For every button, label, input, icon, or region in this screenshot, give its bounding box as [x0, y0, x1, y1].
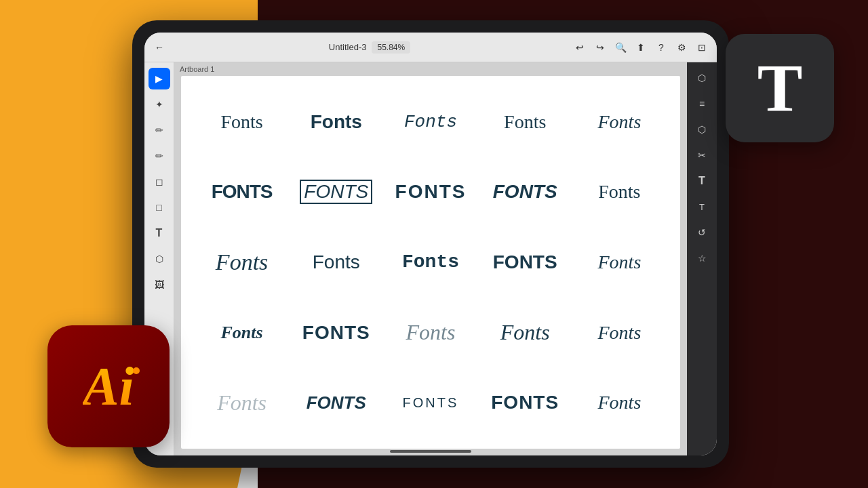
layers-button[interactable]: ⬡: [692, 68, 712, 88]
main-area: ▶ ✦ ✏ ✏ ◻ □ T ⬡ 🖼 Artboard 1 Fonts Fonts: [144, 62, 717, 455]
font-item: Fonts: [289, 227, 383, 298]
font-item: Fonts: [572, 298, 667, 368]
canvas-area[interactable]: Artboard 1 Fonts Fonts Fonts Fonts Fonts…: [174, 62, 687, 455]
shape-tool[interactable]: □: [149, 197, 170, 218]
tablet-screen: ← Untitled-3 55.84% ↩ ↪ 🔍 ⬆ ? ⚙ ⊡ ▶ ✦: [144, 33, 717, 455]
top-bar: ← Untitled-3 55.84% ↩ ↪ 🔍 ⬆ ? ⚙ ⊡: [144, 33, 717, 62]
font-item: Fonts: [195, 227, 289, 298]
star-button[interactable]: ☆: [692, 248, 712, 268]
select-tool[interactable]: ▶: [149, 68, 170, 89]
type-tool-logo: T: [726, 34, 834, 142]
redo-button[interactable]: ↪: [593, 41, 607, 54]
font-item: Fonts: [383, 227, 477, 298]
font-item: FONTS: [289, 157, 383, 228]
fonts-grid: Fonts Fonts Fonts Fonts Fonts FONTS FONT…: [195, 87, 667, 438]
eraser-tool[interactable]: ◻: [149, 171, 170, 192]
t-logo-text: T: [757, 54, 803, 122]
pen-tool[interactable]: ✏: [149, 119, 170, 141]
font-item: Fonts: [572, 87, 667, 157]
transform2-tool[interactable]: ⬡: [149, 248, 170, 270]
back-button[interactable]: ←: [153, 41, 166, 54]
font-item: FONTS: [195, 157, 289, 228]
scissors-button[interactable]: ✂: [692, 145, 712, 165]
font-item: Fonts: [478, 87, 572, 157]
type-button[interactable]: T: [692, 171, 712, 191]
home-indicator: [390, 450, 471, 453]
undo-button[interactable]: ↩: [573, 41, 587, 54]
font-item: Fonts: [478, 298, 572, 368]
type2-button[interactable]: T: [692, 197, 712, 217]
text-tool[interactable]: T: [149, 222, 170, 244]
rotate-button[interactable]: ↺: [692, 222, 712, 243]
font-item: FONTS: [289, 298, 383, 368]
ai-logo-text: Ai: [83, 359, 134, 413]
tablet-frame: ← Untitled-3 55.84% ↩ ↪ 🔍 ⬆ ? ⚙ ⊡ ▶ ✦: [132, 20, 729, 468]
font-item: FONTS: [383, 157, 477, 228]
top-bar-right: ↩ ↪ 🔍 ⬆ ? ⚙ ⊡: [573, 41, 709, 54]
font-item: Fonts: [195, 298, 289, 368]
document-title: Untitled-3: [329, 42, 367, 52]
share-button[interactable]: ⬆: [634, 41, 648, 54]
top-bar-left: ←: [153, 41, 166, 54]
font-item: Fonts: [195, 367, 289, 438]
artboard-label: Artboard 1: [180, 65, 214, 73]
properties-button[interactable]: ≡: [692, 94, 712, 114]
pencil-tool[interactable]: ✏: [149, 145, 170, 167]
font-item: FONTS: [478, 367, 572, 438]
search-button[interactable]: 🔍: [614, 41, 627, 54]
font-item: Fonts: [572, 367, 667, 438]
artboard: Fonts Fonts Fonts Fonts Fonts FONTS FONT…: [181, 76, 680, 449]
font-item: FONTS: [478, 227, 572, 298]
top-bar-center: Untitled-3 55.84%: [329, 41, 410, 54]
font-item: FONTS: [478, 157, 572, 228]
zoom-level[interactable]: 55.84%: [372, 41, 410, 54]
assets-button[interactable]: ⬡: [692, 119, 712, 140]
right-toolbar: ⬡ ≡ ⬡ ✂ T T ↺ ☆: [687, 62, 717, 455]
font-item: FONTS: [289, 367, 383, 438]
ai-dot: [133, 367, 140, 374]
font-item: Fonts: [289, 87, 383, 157]
font-item: Fonts: [572, 227, 667, 298]
font-item: Fonts: [383, 367, 477, 438]
font-item: Fonts: [195, 87, 289, 157]
more-button[interactable]: ⊡: [695, 41, 709, 54]
image-tool[interactable]: 🖼: [149, 274, 170, 296]
help-button[interactable]: ?: [654, 41, 668, 54]
font-item: Fonts: [383, 298, 477, 368]
adobe-illustrator-logo: Ai: [47, 325, 170, 447]
settings-button[interactable]: ⚙: [675, 41, 688, 54]
transform-tool[interactable]: ✦: [149, 94, 170, 115]
font-item: Fonts: [572, 157, 667, 228]
font-item: Fonts: [383, 87, 477, 157]
